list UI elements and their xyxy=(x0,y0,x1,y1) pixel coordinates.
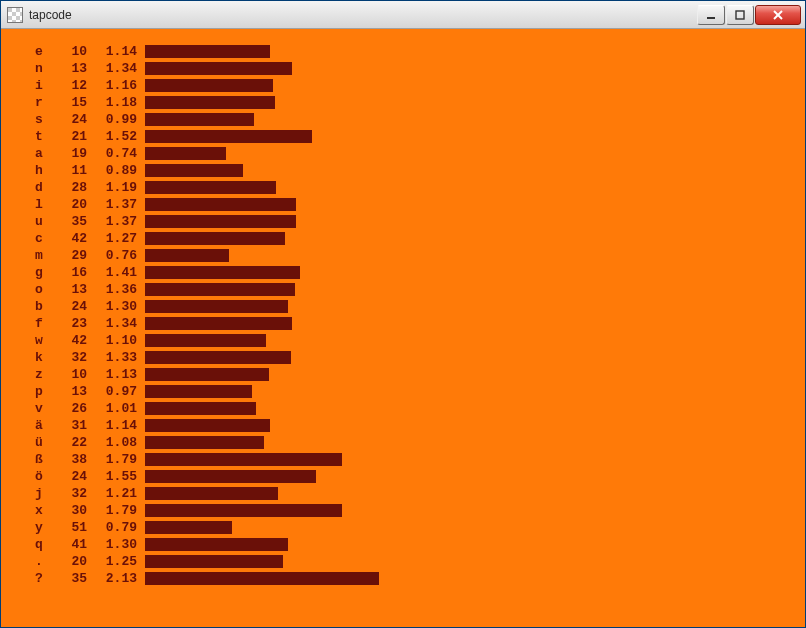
letter-cell: a xyxy=(5,145,39,162)
value-cell: 1.01 xyxy=(87,400,137,417)
letter-cell: j xyxy=(5,485,39,502)
bar xyxy=(145,470,316,483)
window-title: tapcode xyxy=(29,8,697,22)
table-row: t211.52 xyxy=(5,128,801,145)
table-row: b241.30 xyxy=(5,298,801,315)
table-row: f231.34 xyxy=(5,315,801,332)
bar xyxy=(145,283,295,296)
value-cell: 0.76 xyxy=(87,247,137,264)
letter-cell: e xyxy=(5,43,39,60)
letter-cell: h xyxy=(5,162,39,179)
bar xyxy=(145,198,296,211)
count-cell: 32 xyxy=(39,349,87,366)
letter-cell: l xyxy=(5,196,39,213)
bar xyxy=(145,368,269,381)
bar xyxy=(145,402,256,415)
table-row: u351.37 xyxy=(5,213,801,230)
table-row: h110.89 xyxy=(5,162,801,179)
count-cell: 35 xyxy=(39,570,87,587)
table-row: ß381.79 xyxy=(5,451,801,468)
count-cell: 22 xyxy=(39,434,87,451)
count-cell: 11 xyxy=(39,162,87,179)
letter-cell: u xyxy=(5,213,39,230)
count-cell: 26 xyxy=(39,400,87,417)
count-cell: 16 xyxy=(39,264,87,281)
table-row: j321.21 xyxy=(5,485,801,502)
table-row: e101.14 xyxy=(5,43,801,60)
letter-cell: w xyxy=(5,332,39,349)
maximize-button[interactable] xyxy=(726,5,754,25)
close-button[interactable] xyxy=(755,5,801,25)
value-cell: 1.10 xyxy=(87,332,137,349)
bar xyxy=(145,79,273,92)
count-cell: 21 xyxy=(39,128,87,145)
count-cell: 51 xyxy=(39,519,87,536)
value-cell: 0.97 xyxy=(87,383,137,400)
table-row: c421.27 xyxy=(5,230,801,247)
value-cell: 1.36 xyxy=(87,281,137,298)
bar xyxy=(145,436,264,449)
table-row: a190.74 xyxy=(5,145,801,162)
value-cell: 1.16 xyxy=(87,77,137,94)
value-cell: 1.13 xyxy=(87,366,137,383)
client-area: e101.14n131.34i121.16r151.18s240.99t211.… xyxy=(1,29,805,627)
letter-cell: g xyxy=(5,264,39,281)
bar xyxy=(145,385,252,398)
table-row: k321.33 xyxy=(5,349,801,366)
letter-cell: o xyxy=(5,281,39,298)
bar xyxy=(145,147,226,160)
letter-cell: p xyxy=(5,383,39,400)
count-cell: 41 xyxy=(39,536,87,553)
count-cell: 28 xyxy=(39,179,87,196)
letter-cell: n xyxy=(5,60,39,77)
count-cell: 13 xyxy=(39,60,87,77)
count-cell: 19 xyxy=(39,145,87,162)
letter-cell: f xyxy=(5,315,39,332)
bar xyxy=(145,538,288,551)
letter-cell: x xyxy=(5,502,39,519)
letter-cell: q xyxy=(5,536,39,553)
letter-cell: c xyxy=(5,230,39,247)
count-cell: 15 xyxy=(39,94,87,111)
count-cell: 20 xyxy=(39,196,87,213)
value-cell: 1.21 xyxy=(87,485,137,502)
count-cell: 38 xyxy=(39,451,87,468)
count-cell: 24 xyxy=(39,111,87,128)
count-cell: 35 xyxy=(39,213,87,230)
bar xyxy=(145,334,266,347)
table-row: x301.79 xyxy=(5,502,801,519)
count-cell: 10 xyxy=(39,43,87,60)
table-row: p130.97 xyxy=(5,383,801,400)
close-icon xyxy=(772,9,784,21)
minimize-button[interactable] xyxy=(697,5,725,25)
titlebar[interactable]: tapcode xyxy=(1,1,805,29)
letter-cell: z xyxy=(5,366,39,383)
bar xyxy=(145,181,276,194)
minimize-icon xyxy=(706,10,716,20)
value-cell: 1.19 xyxy=(87,179,137,196)
table-row: y510.79 xyxy=(5,519,801,536)
bar xyxy=(145,62,292,75)
bar xyxy=(145,113,254,126)
bar xyxy=(145,96,275,109)
window-buttons xyxy=(697,5,801,25)
maximize-icon xyxy=(735,10,745,20)
value-cell: 1.37 xyxy=(87,196,137,213)
table-row: ä311.14 xyxy=(5,417,801,434)
count-cell: 13 xyxy=(39,383,87,400)
value-cell: 1.33 xyxy=(87,349,137,366)
table-row: l201.37 xyxy=(5,196,801,213)
letter-cell: r xyxy=(5,94,39,111)
letter-cell: ä xyxy=(5,417,39,434)
value-cell: 1.18 xyxy=(87,94,137,111)
value-cell: 1.79 xyxy=(87,502,137,519)
svg-rect-0 xyxy=(707,17,715,19)
table-row: ü221.08 xyxy=(5,434,801,451)
letter-cell: b xyxy=(5,298,39,315)
letter-cell: ? xyxy=(5,570,39,587)
letter-cell: ü xyxy=(5,434,39,451)
value-cell: 0.99 xyxy=(87,111,137,128)
value-cell: 1.30 xyxy=(87,298,137,315)
letter-cell: y xyxy=(5,519,39,536)
letter-cell: k xyxy=(5,349,39,366)
